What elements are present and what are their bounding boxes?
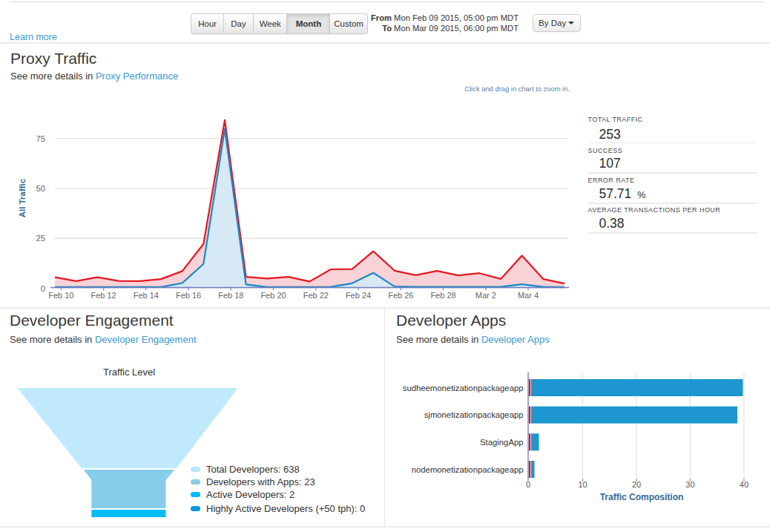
- svg-text:Feb 20: Feb 20: [260, 291, 286, 300]
- svg-text:Feb 16: Feb 16: [176, 291, 201, 300]
- svg-text:nodemonetizationpackageapp: nodemonetizationpackageapp: [412, 465, 524, 474]
- svg-text:30: 30: [685, 480, 694, 489]
- svg-text:Feb 26: Feb 26: [388, 291, 413, 300]
- svg-text:Feb 12: Feb 12: [91, 291, 116, 300]
- svg-text:Feb 24: Feb 24: [346, 291, 371, 300]
- svg-text:Traffic Composition: Traffic Composition: [600, 492, 684, 502]
- svg-text:50: 50: [36, 184, 45, 193]
- svg-text:All Traffic: All Traffic: [18, 178, 27, 217]
- svg-text:25: 25: [36, 234, 45, 243]
- svg-text:40: 40: [740, 480, 748, 489]
- svg-text:0: 0: [41, 284, 45, 293]
- svg-text:20: 20: [632, 480, 641, 489]
- svg-text:0: 0: [526, 480, 530, 489]
- svg-text:Feb 14: Feb 14: [134, 291, 159, 300]
- svg-text:sjmonetizationpackageapp: sjmonetizationpackageapp: [424, 410, 524, 419]
- svg-text:sudheemonetizationpackageapp: sudheemonetizationpackageapp: [403, 384, 524, 393]
- svg-text:Feb 28: Feb 28: [430, 291, 455, 300]
- svg-text:Feb 10: Feb 10: [48, 291, 73, 300]
- svg-text:Mar 4: Mar 4: [518, 291, 539, 300]
- svg-text:StagingApp: StagingApp: [480, 438, 523, 447]
- svg-text:10: 10: [578, 480, 587, 489]
- svg-text:Feb 18: Feb 18: [218, 291, 243, 300]
- svg-text:Mar 2: Mar 2: [476, 291, 496, 300]
- svg-text:Feb 22: Feb 22: [303, 291, 329, 300]
- svg-text:75: 75: [36, 134, 45, 143]
